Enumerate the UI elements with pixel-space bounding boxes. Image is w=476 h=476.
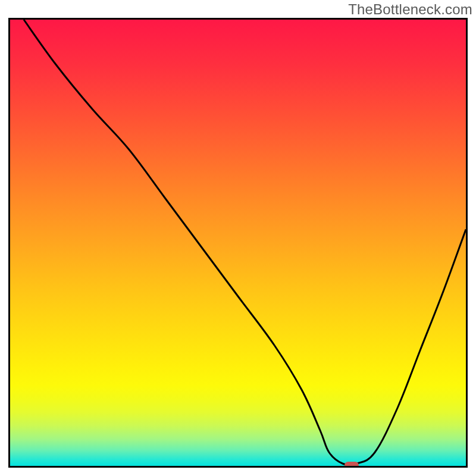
- optimal-point-marker: [345, 462, 359, 468]
- gradient-background: [10, 20, 466, 466]
- svg-rect-0: [10, 20, 466, 466]
- chart-container: TheBottleneck.com: [0, 0, 476, 476]
- watermark-text: TheBottleneck.com: [348, 1, 472, 18]
- plot-frame: [8, 18, 468, 468]
